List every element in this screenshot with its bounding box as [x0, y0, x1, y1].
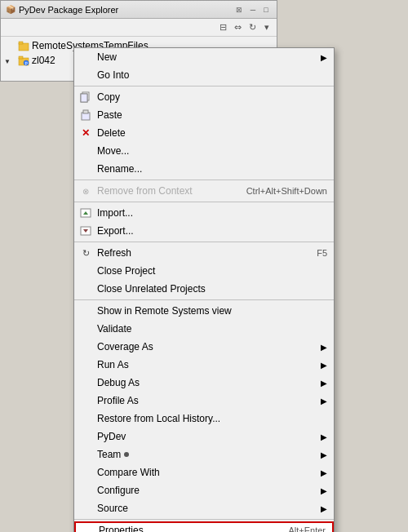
- menu-label-compare: Compare With: [97, 467, 160, 478]
- tree-item-label-2: zl042: [32, 55, 55, 66]
- shortcut-remove: Ctrl+Alt+Shift+Down: [246, 186, 327, 196]
- arrow-icon-debug: ▶: [321, 379, 327, 388]
- menu-item-go-into[interactable]: Go Into: [74, 66, 334, 84]
- separator-5: [74, 299, 334, 300]
- project-icon-2: P: [17, 54, 30, 67]
- menu-item-run-as[interactable]: Run As ▶: [74, 356, 334, 374]
- menu-label-paste: Paste: [97, 109, 122, 121]
- menu-item-close-unrelated[interactable]: Close Unrelated Projects: [74, 280, 334, 298]
- arrow-icon-profile: ▶: [321, 397, 327, 406]
- menu-label-pydev: PyDev: [97, 431, 126, 442]
- menu-label-move: Move...: [97, 145, 129, 157]
- menu-item-remove-context[interactable]: ⊗ Remove from Context Ctrl+Alt+Shift+Dow…: [74, 182, 334, 200]
- remove-icon: ⊗: [79, 184, 92, 197]
- menu-label-run-as: Run As: [97, 359, 129, 370]
- menu-item-close-project[interactable]: Close Project: [74, 262, 334, 280]
- arrow-icon-source: ▶: [321, 504, 327, 513]
- menu-label-close-project: Close Project: [97, 265, 155, 277]
- arrow-icon-compare: ▶: [321, 468, 327, 477]
- expand-arrow: [4, 55, 9, 66]
- menu-item-debug-as[interactable]: Debug As ▶: [74, 374, 334, 392]
- sync-button[interactable]: ↻: [246, 21, 259, 34]
- export-icon: [79, 224, 92, 237]
- arrow-icon-run: ▶: [321, 361, 327, 370]
- panel-toolbar: ⊟ ⇔ ↻ ▾: [1, 19, 277, 37]
- menu-label-source: Source: [97, 503, 128, 514]
- tab-indicator: ⊠: [236, 6, 242, 14]
- menu-item-refresh[interactable]: ↻ Refresh F5: [74, 244, 334, 262]
- arrow-icon-pydev: ▶: [321, 432, 327, 441]
- menu-label-properties: Properties: [99, 525, 144, 532]
- svg-rect-1: [19, 42, 23, 44]
- menu-label-configure: Configure: [97, 485, 140, 496]
- project-icon: [17, 39, 30, 52]
- link-editor-button[interactable]: ⇔: [231, 21, 244, 34]
- menu-item-team[interactable]: Team ▶: [74, 446, 334, 463]
- svg-rect-3: [19, 56, 23, 59]
- separator-6: [74, 519, 334, 520]
- menu-label-go-into: Go Into: [97, 69, 129, 81]
- panel-icon: 📦: [6, 5, 16, 14]
- menu-label-refresh: Refresh: [97, 247, 131, 259]
- menu-label-coverage-as: Coverage As: [97, 341, 153, 352]
- menu-label-debug-as: Debug As: [97, 377, 140, 388]
- menu-label-rename: Rename...: [97, 163, 142, 175]
- menu-item-export[interactable]: Export...: [74, 222, 334, 240]
- menu-label-show-remote: Show in Remote Systems view: [97, 305, 232, 317]
- menu-label-close-unrelated: Close Unrelated Projects: [97, 283, 206, 295]
- menu-item-paste[interactable]: Paste: [74, 106, 334, 124]
- menu-item-profile-as[interactable]: Profile As ▶: [74, 392, 334, 410]
- paste-icon: [79, 109, 92, 122]
- shortcut-refresh: F5: [317, 248, 327, 258]
- menu-item-validate[interactable]: Validate: [74, 320, 334, 338]
- menu-item-import[interactable]: Import...: [74, 204, 334, 222]
- separator-3: [74, 202, 334, 202]
- menu-item-delete[interactable]: ✕ Delete: [74, 124, 334, 142]
- panel-title-bar: 📦 PyDev Package Explorer ⊠ ─ □: [1, 1, 277, 19]
- delete-icon: ✕: [79, 126, 92, 140]
- panel-controls: ─ □: [247, 4, 272, 16]
- menu-label-import: Import...: [97, 207, 133, 219]
- menu-item-pydev[interactable]: PyDev ▶: [74, 428, 334, 446]
- menu-label-export: Export...: [97, 225, 134, 237]
- minimize-button[interactable]: ─: [247, 4, 259, 16]
- menu-label-validate: Validate: [97, 323, 131, 335]
- menu-label-remove: Remove from Context: [97, 185, 193, 197]
- arrow-icon-configure: ▶: [321, 486, 327, 495]
- view-menu-button[interactable]: ▾: [260, 21, 273, 34]
- menu-item-copy[interactable]: Copy: [74, 88, 334, 106]
- menu-item-coverage-as[interactable]: Coverage As ▶: [74, 338, 334, 356]
- collapse-all-button[interactable]: ⊟: [216, 21, 229, 34]
- menu-label-delete: Delete: [97, 127, 126, 139]
- separator-1: [74, 86, 334, 86]
- arrow-icon-coverage: ▶: [321, 343, 327, 352]
- menu-item-configure[interactable]: Configure ▶: [74, 481, 334, 499]
- separator-4: [74, 242, 334, 242]
- separator-2: [74, 180, 334, 180]
- menu-item-show-remote[interactable]: Show in Remote Systems view: [74, 302, 334, 320]
- menu-item-restore-history[interactable]: Restore from Local History...: [74, 410, 334, 428]
- svg-rect-0: [19, 43, 29, 51]
- menu-item-source[interactable]: Source ▶: [74, 499, 334, 517]
- maximize-button[interactable]: □: [260, 4, 272, 16]
- arrow-icon-new: ▶: [321, 53, 327, 62]
- menu-item-compare-with[interactable]: Compare With ▶: [74, 463, 334, 481]
- menu-label-team: Team: [97, 449, 121, 460]
- menu-label-new: New: [97, 51, 117, 63]
- menu-label-restore: Restore from Local History...: [97, 413, 220, 424]
- menu-item-properties[interactable]: Properties Alt+Enter: [74, 521, 334, 532]
- context-menu: New ▶ Go Into Copy Paste ✕ Delete: [73, 47, 335, 532]
- import-icon: [79, 206, 92, 219]
- menu-item-new[interactable]: New ▶: [74, 48, 334, 66]
- menu-label-copy: Copy: [97, 91, 120, 103]
- refresh-icon: ↻: [79, 246, 92, 259]
- menu-item-rename[interactable]: Rename...: [74, 160, 334, 178]
- menu-item-move[interactable]: Move...: [74, 142, 334, 160]
- panel-title: PyDev Package Explorer: [19, 5, 236, 15]
- svg-rect-10: [83, 110, 88, 113]
- arrow-icon-team: ▶: [321, 450, 327, 459]
- menu-label-profile-as: Profile As: [97, 395, 139, 406]
- team-dot: [124, 452, 129, 457]
- shortcut-properties: Alt+Enter: [288, 525, 326, 532]
- copy-icon: [79, 91, 92, 104]
